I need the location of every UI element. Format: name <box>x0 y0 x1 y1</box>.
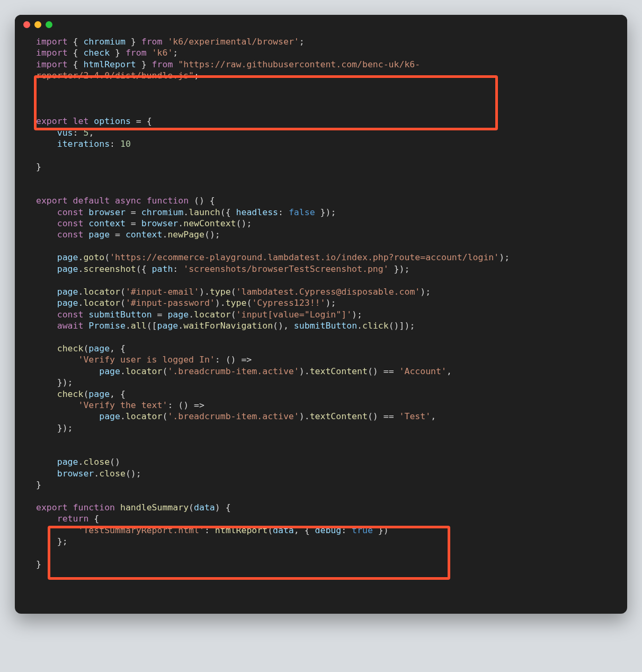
window-close-button[interactable] <box>23 21 30 28</box>
macos-titlebar <box>15 15 627 34</box>
code-editor-window: import { chromium } from 'k6/experimenta… <box>15 15 627 614</box>
window-minimize-button[interactable] <box>34 21 41 28</box>
code-area[interactable]: import { chromium } from 'k6/experimenta… <box>15 34 627 581</box>
code-content: import { chromium } from 'k6/experimenta… <box>15 36 627 570</box>
window-zoom-button[interactable] <box>46 21 52 28</box>
